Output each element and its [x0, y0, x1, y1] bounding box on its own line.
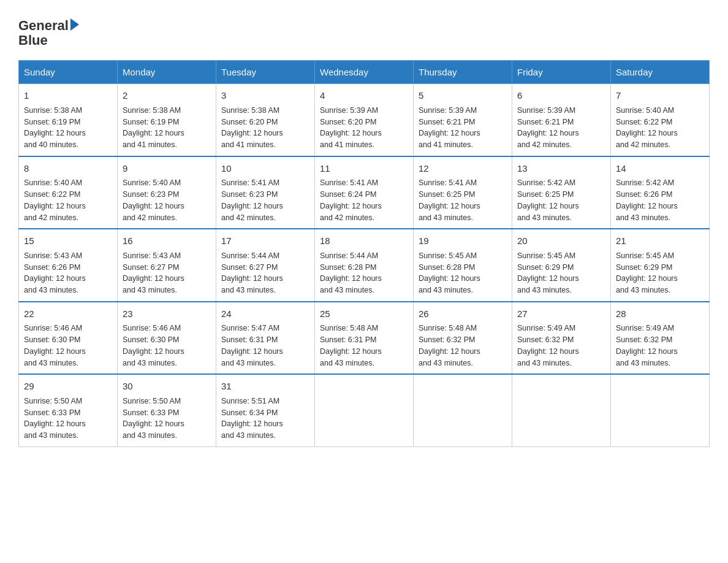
daylight-minutes: and 41 minutes. — [320, 140, 374, 149]
daylight-minutes: and 43 minutes. — [123, 431, 177, 440]
daylight-minutes: and 43 minutes. — [616, 213, 670, 222]
day-number: 17 — [221, 234, 309, 248]
daylight-label: Daylight: 12 hours — [24, 419, 86, 428]
sunset-label: Sunset: 6:32 PM — [517, 335, 574, 344]
day-number: 11 — [320, 162, 408, 176]
day-header-tuesday: Tuesday — [216, 61, 315, 84]
sunset-label: Sunset: 6:28 PM — [419, 263, 475, 272]
day-number: 14 — [616, 162, 704, 176]
sunrise-label: Sunrise: 5:40 AM — [24, 178, 82, 187]
daylight-minutes: and 43 minutes. — [517, 213, 572, 222]
daylight-minutes: and 43 minutes. — [419, 286, 473, 294]
sunrise-label: Sunrise: 5:48 AM — [320, 324, 378, 332]
sunset-label: Sunset: 6:29 PM — [616, 263, 672, 272]
day-number: 4 — [320, 89, 408, 103]
sunrise-label: Sunrise: 5:48 AM — [419, 324, 477, 332]
calendar-cell: 19Sunrise: 5:45 AMSunset: 6:28 PMDayligh… — [414, 229, 512, 302]
day-number: 20 — [517, 234, 605, 248]
sunrise-label: Sunrise: 5:40 AM — [123, 178, 181, 187]
sunset-label: Sunset: 6:31 PM — [320, 335, 376, 344]
day-number: 29 — [24, 380, 112, 394]
daylight-label: Daylight: 12 hours — [616, 274, 678, 283]
calendar-cell: 18Sunrise: 5:44 AMSunset: 6:28 PMDayligh… — [315, 229, 414, 302]
sunset-label: Sunset: 6:23 PM — [221, 190, 278, 199]
calendar-cell: 1Sunrise: 5:38 AMSunset: 6:19 PMDaylight… — [19, 84, 118, 156]
day-number: 16 — [123, 234, 211, 248]
daylight-minutes: and 43 minutes. — [517, 359, 572, 367]
sunrise-label: Sunrise: 5:46 AM — [123, 324, 181, 332]
calendar-cell: 9Sunrise: 5:40 AMSunset: 6:23 PMDaylight… — [118, 156, 216, 229]
logo-arrow-icon — [70, 18, 79, 31]
calendar-cell: 27Sunrise: 5:49 AMSunset: 6:32 PMDayligh… — [512, 302, 611, 375]
sunset-label: Sunset: 6:20 PM — [221, 118, 278, 126]
day-number: 18 — [320, 234, 408, 248]
calendar-cell: 3Sunrise: 5:38 AMSunset: 6:20 PMDaylight… — [216, 84, 315, 156]
daylight-minutes: and 43 minutes. — [517, 286, 572, 294]
daylight-minutes: and 43 minutes. — [419, 213, 473, 222]
daylight-minutes: and 41 minutes. — [221, 140, 276, 149]
day-number: 19 — [419, 234, 507, 248]
daylight-minutes: and 40 minutes. — [24, 140, 78, 149]
week-row-1: 1Sunrise: 5:38 AMSunset: 6:19 PMDaylight… — [19, 84, 710, 156]
sunset-label: Sunset: 6:24 PM — [320, 190, 376, 199]
day-number: 8 — [24, 162, 112, 176]
sunrise-label: Sunrise: 5:50 AM — [123, 397, 181, 405]
daylight-label: Daylight: 12 hours — [419, 202, 480, 210]
day-number: 25 — [320, 307, 408, 321]
daylight-label: Daylight: 12 hours — [221, 129, 283, 137]
week-row-3: 15Sunrise: 5:43 AMSunset: 6:26 PMDayligh… — [19, 229, 710, 302]
calendar-cell: 11Sunrise: 5:41 AMSunset: 6:24 PMDayligh… — [315, 156, 414, 229]
calendar-cell: 5Sunrise: 5:39 AMSunset: 6:21 PMDaylight… — [414, 84, 512, 156]
daylight-label: Daylight: 12 hours — [123, 202, 184, 210]
daylight-label: Daylight: 12 hours — [320, 347, 382, 356]
calendar-cell: 17Sunrise: 5:44 AMSunset: 6:27 PMDayligh… — [216, 229, 315, 302]
daylight-minutes: and 42 minutes. — [616, 140, 670, 149]
daylight-label: Daylight: 12 hours — [221, 202, 283, 210]
calendar-cell — [414, 374, 512, 446]
daylight-label: Daylight: 12 hours — [24, 202, 86, 210]
daylight-minutes: and 43 minutes. — [24, 286, 78, 294]
calendar-cell: 15Sunrise: 5:43 AMSunset: 6:26 PMDayligh… — [19, 229, 118, 302]
day-number: 15 — [24, 234, 112, 248]
day-number: 26 — [419, 307, 507, 321]
sunrise-label: Sunrise: 5:45 AM — [517, 251, 575, 260]
sunset-label: Sunset: 6:20 PM — [320, 118, 376, 126]
calendar-cell: 29Sunrise: 5:50 AMSunset: 6:33 PMDayligh… — [19, 374, 118, 446]
daylight-label: Daylight: 12 hours — [221, 419, 283, 428]
sunset-label: Sunset: 6:27 PM — [221, 263, 278, 272]
daylight-minutes: and 43 minutes. — [320, 286, 374, 294]
calendar-cell: 24Sunrise: 5:47 AMSunset: 6:31 PMDayligh… — [216, 302, 315, 375]
daylight-label: Daylight: 12 hours — [517, 202, 579, 210]
daylight-minutes: and 43 minutes. — [320, 359, 374, 367]
daylight-label: Daylight: 12 hours — [320, 202, 382, 210]
daylight-label: Daylight: 12 hours — [517, 274, 579, 283]
sunrise-label: Sunrise: 5:39 AM — [320, 106, 378, 115]
logo-text-general: General — [18, 18, 69, 33]
daylight-label: Daylight: 12 hours — [221, 347, 283, 356]
daylight-minutes: and 42 minutes. — [24, 213, 78, 222]
daylight-label: Daylight: 12 hours — [517, 129, 579, 137]
daylight-label: Daylight: 12 hours — [616, 129, 678, 137]
calendar-cell: 4Sunrise: 5:39 AMSunset: 6:20 PMDaylight… — [315, 84, 414, 156]
week-row-5: 29Sunrise: 5:50 AMSunset: 6:33 PMDayligh… — [19, 374, 710, 446]
day-header-thursday: Thursday — [414, 61, 512, 84]
sunset-label: Sunset: 6:21 PM — [517, 118, 574, 126]
sunset-label: Sunset: 6:19 PM — [123, 118, 179, 126]
daylight-label: Daylight: 12 hours — [616, 347, 678, 356]
daylight-label: Daylight: 12 hours — [123, 274, 184, 283]
calendar-cell — [611, 374, 710, 446]
daylight-label: Daylight: 12 hours — [123, 419, 184, 428]
daylight-minutes: and 43 minutes. — [616, 359, 670, 367]
daylight-minutes: and 43 minutes. — [221, 431, 276, 440]
day-header-wednesday: Wednesday — [315, 61, 414, 84]
daylight-minutes: and 43 minutes. — [24, 359, 78, 367]
daylight-minutes: and 43 minutes. — [123, 286, 177, 294]
day-header-sunday: Sunday — [19, 61, 118, 84]
day-number: 3 — [221, 89, 309, 103]
day-number: 5 — [419, 89, 507, 103]
daylight-label: Daylight: 12 hours — [123, 129, 184, 137]
daylight-label: Daylight: 12 hours — [419, 274, 480, 283]
day-number: 2 — [123, 89, 211, 103]
sunset-label: Sunset: 6:19 PM — [24, 118, 80, 126]
sunset-label: Sunset: 6:27 PM — [123, 263, 179, 272]
